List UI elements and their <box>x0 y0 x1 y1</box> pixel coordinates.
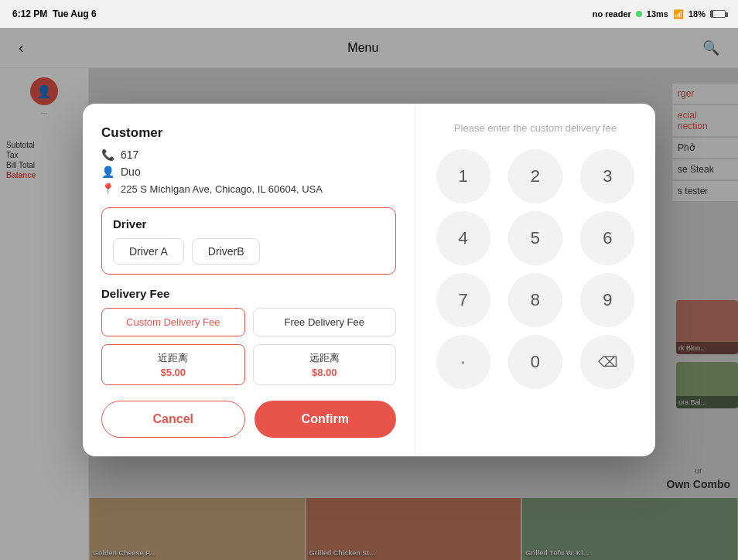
long-distance-price: $8.00 <box>260 367 390 378</box>
numpad-grid: 1 2 3 4 5 6 7 8 9 · 0 ⌫ <box>431 149 640 389</box>
fee-type-row: Custom Delivery Fee Free Delivery Fee <box>101 308 396 336</box>
short-distance-label: 近距离 <box>108 351 238 365</box>
long-distance-label: 远距离 <box>260 351 390 365</box>
wifi-icon: 📶 <box>673 9 684 19</box>
num-8-button[interactable]: 8 <box>508 273 562 327</box>
driver-section: Driver Driver A DriverB <box>101 207 396 275</box>
person-row: 👤 Duo <box>101 166 396 178</box>
phone-icon: 📞 <box>101 149 114 161</box>
num-9-button[interactable]: 9 <box>580 273 634 327</box>
status-bar: 6:12 PM Tue Aug 6 no reader 13ms 📶 18% <box>0 0 738 28</box>
num-1-button[interactable]: 1 <box>436 149 490 203</box>
cancel-button[interactable]: Cancel <box>101 401 245 438</box>
backspace-icon: ⌫ <box>598 353 617 370</box>
short-distance-price: $5.00 <box>108 367 238 378</box>
distance-fee-row: 近距离 $5.00 远距离 $8.00 <box>101 344 396 385</box>
address-value: 225 S Michigan Ave, Chicago, IL 60604, U… <box>121 183 323 195</box>
person-icon: 👤 <box>101 166 114 178</box>
battery-icon <box>710 10 726 18</box>
short-distance-button[interactable]: 近距离 $5.00 <box>101 344 245 385</box>
phone-value: 617 <box>121 149 138 161</box>
ping-label: 13ms <box>647 9 668 19</box>
driver-title: Driver <box>113 217 384 230</box>
confirm-button[interactable]: Confirm <box>255 401 397 438</box>
free-delivery-fee-button[interactable]: Free Delivery Fee <box>253 308 397 336</box>
num-2-button[interactable]: 2 <box>508 149 562 203</box>
customer-title: Customer <box>101 125 396 141</box>
num-3-button[interactable]: 3 <box>580 149 634 203</box>
address-row: 📍 225 S Michigan Ave, Chicago, IL 60604,… <box>101 183 396 195</box>
num-5-button[interactable]: 5 <box>508 211 562 265</box>
modal-left-panel: Customer 📞 617 👤 Duo 📍 225 S Michigan Av… <box>83 104 415 456</box>
driver-b-button[interactable]: DriverB <box>192 238 261 265</box>
delivery-fee-section: Delivery Fee Custom Delivery Fee Free De… <box>101 287 396 385</box>
status-time: 6:12 PM Tue Aug 6 <box>12 9 97 19</box>
num-0-button[interactable]: 0 <box>508 335 562 389</box>
phone-row: 📞 617 <box>101 149 396 161</box>
num-7-button[interactable]: 7 <box>436 273 490 327</box>
num-dot-button[interactable]: · <box>436 335 490 389</box>
driver-buttons-row: Driver A DriverB <box>113 238 384 265</box>
status-right: no reader 13ms 📶 18% <box>593 9 726 19</box>
delivery-fee-modal: Customer 📞 617 👤 Duo 📍 225 S Michigan Av… <box>83 104 655 456</box>
long-distance-button[interactable]: 远距离 $8.00 <box>253 344 397 385</box>
modal-right-panel: Please enter the custom delivery fee 1 2… <box>415 104 655 456</box>
signal-icon <box>636 11 642 17</box>
delivery-fee-title: Delivery Fee <box>101 287 396 300</box>
customer-section: Customer 📞 617 👤 Duo 📍 225 S Michigan Av… <box>101 125 396 195</box>
numpad-hint: Please enter the custom delivery fee <box>454 122 617 134</box>
num-6-button[interactable]: 6 <box>580 211 634 265</box>
location-icon: 📍 <box>101 183 114 195</box>
custom-delivery-fee-button[interactable]: Custom Delivery Fee <box>101 308 245 336</box>
driver-a-button[interactable]: Driver A <box>113 238 184 265</box>
action-buttons: Cancel Confirm <box>101 401 396 438</box>
num-4-button[interactable]: 4 <box>436 211 490 265</box>
backspace-button[interactable]: ⌫ <box>580 335 634 389</box>
battery-label: 18% <box>688 9 706 19</box>
person-value: Duo <box>121 166 141 178</box>
no-reader-label: no reader <box>593 9 631 19</box>
